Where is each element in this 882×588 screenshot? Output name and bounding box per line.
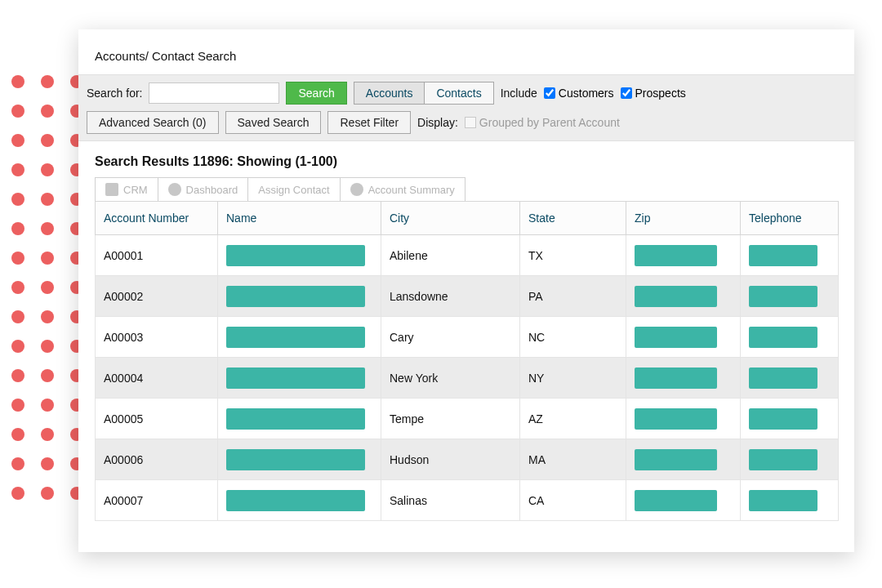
cell-zip: [626, 480, 741, 521]
search-input[interactable]: [149, 82, 279, 104]
account-summary-button[interactable]: Account Summary: [341, 178, 465, 201]
reset-filter-button[interactable]: Reset Filter: [327, 111, 411, 134]
redacted-block: [749, 408, 817, 430]
cell-state: PA: [520, 276, 626, 317]
entity-type-segment: Accounts Contacts: [354, 82, 494, 105]
account-summary-label: Account Summary: [368, 184, 455, 196]
redacted-block: [226, 490, 365, 511]
cell-account-number: A00005: [96, 399, 218, 439]
assign-contact-label: Assign Contact: [258, 184, 329, 196]
search-button[interactable]: Search: [286, 82, 346, 105]
cell-zip: [626, 317, 741, 358]
cell-telephone: [741, 235, 839, 276]
cell-account-number: A00002: [96, 276, 218, 317]
customers-checkbox-wrap[interactable]: Customers: [544, 87, 614, 100]
redacted-block: [749, 490, 817, 511]
customers-checkbox[interactable]: [544, 87, 555, 99]
redacted-block: [226, 408, 365, 430]
crm-button[interactable]: CRM: [96, 178, 158, 201]
info-icon: [350, 183, 363, 196]
table-row[interactable]: A00006HudsonMA: [96, 439, 839, 480]
cell-telephone: [741, 317, 839, 358]
cell-city: Cary: [381, 317, 520, 358]
redacted-block: [749, 327, 817, 348]
cell-city: New York: [381, 358, 520, 399]
dashboard-button[interactable]: Dashboard: [158, 178, 249, 201]
table-row[interactable]: A00007SalinasCA: [96, 480, 839, 521]
prospects-label: Prospects: [635, 87, 686, 100]
cell-name: [218, 480, 381, 521]
col-account-number[interactable]: Account Number: [96, 202, 218, 235]
col-telephone[interactable]: Telephone: [741, 202, 839, 235]
display-label: Display:: [417, 116, 458, 129]
search-for-label: Search for:: [87, 87, 142, 100]
col-city[interactable]: City: [381, 202, 520, 235]
cell-account-number: A00003: [96, 317, 218, 358]
include-label: Include: [501, 87, 537, 100]
cell-city: Hudson: [381, 439, 520, 480]
redacted-block: [635, 327, 717, 348]
saved-search-button[interactable]: Saved Search: [225, 111, 322, 134]
cell-state: AZ: [520, 399, 626, 439]
gauge-icon: [168, 183, 181, 196]
cell-city: Lansdowne: [381, 276, 520, 317]
results-heading: Search Results 11896: Showing (1-100): [95, 154, 838, 169]
search-toolbar: Search for: Search Accounts Contacts Inc…: [78, 74, 854, 141]
cell-account-number: A00007: [96, 480, 218, 521]
table-row[interactable]: A00003CaryNC: [96, 317, 839, 358]
cell-name: [218, 276, 381, 317]
segment-accounts[interactable]: Accounts: [354, 82, 425, 105]
cell-state: NC: [520, 317, 626, 358]
segment-contacts[interactable]: Contacts: [424, 82, 493, 105]
redacted-block: [749, 286, 817, 307]
cell-city: Abilene: [381, 235, 520, 276]
redacted-block: [749, 449, 817, 470]
redacted-block: [749, 368, 817, 389]
redacted-block: [635, 368, 717, 389]
redacted-block: [226, 368, 365, 389]
cell-state: NY: [520, 358, 626, 399]
col-state[interactable]: State: [520, 202, 626, 235]
cell-telephone: [741, 276, 839, 317]
redacted-block: [635, 490, 717, 511]
search-panel: Accounts/ Contact Search Search for: Sea…: [78, 29, 854, 552]
redacted-block: [635, 245, 717, 266]
redacted-block: [226, 327, 365, 348]
cell-zip: [626, 358, 741, 399]
assign-contact-button[interactable]: Assign Contact: [248, 178, 340, 201]
cell-name: [218, 399, 381, 439]
cell-account-number: A00001: [96, 235, 218, 276]
cell-zip: [626, 276, 741, 317]
cell-name: [218, 358, 381, 399]
col-name[interactable]: Name: [218, 202, 381, 235]
table-row[interactable]: A00001AbileneTX: [96, 235, 839, 276]
advanced-search-button[interactable]: Advanced Search (0): [87, 111, 219, 134]
prospects-checkbox-wrap[interactable]: Prospects: [621, 87, 686, 100]
crm-label: CRM: [123, 184, 148, 196]
table-row[interactable]: A00005TempeAZ: [96, 399, 839, 439]
cell-name: [218, 439, 381, 480]
table-row[interactable]: A00004New YorkNY: [96, 358, 839, 399]
cell-zip: [626, 439, 741, 480]
results-table: Account Number Name City State Zip Telep…: [95, 201, 839, 521]
redacted-block: [635, 408, 717, 430]
redacted-block: [226, 245, 365, 266]
cell-zip: [626, 235, 741, 276]
cell-account-number: A00006: [96, 439, 218, 480]
redacted-block: [226, 286, 365, 307]
page-title: Accounts/ Contact Search: [95, 49, 838, 63]
cell-name: [218, 235, 381, 276]
cell-telephone: [741, 399, 839, 439]
table-row[interactable]: A00002LansdownePA: [96, 276, 839, 317]
col-zip[interactable]: Zip: [626, 202, 741, 235]
cell-telephone: [741, 439, 839, 480]
prospects-checkbox[interactable]: [621, 87, 632, 99]
results-action-toolbar: CRM Dashboard Assign Contact Account Sum…: [95, 177, 466, 201]
cell-telephone: [741, 480, 839, 521]
cell-city: Salinas: [381, 480, 520, 521]
cell-state: MA: [520, 439, 626, 480]
redacted-block: [635, 286, 717, 307]
cell-state: CA: [520, 480, 626, 521]
customers-label: Customers: [559, 87, 614, 100]
cell-city: Tempe: [381, 399, 520, 439]
